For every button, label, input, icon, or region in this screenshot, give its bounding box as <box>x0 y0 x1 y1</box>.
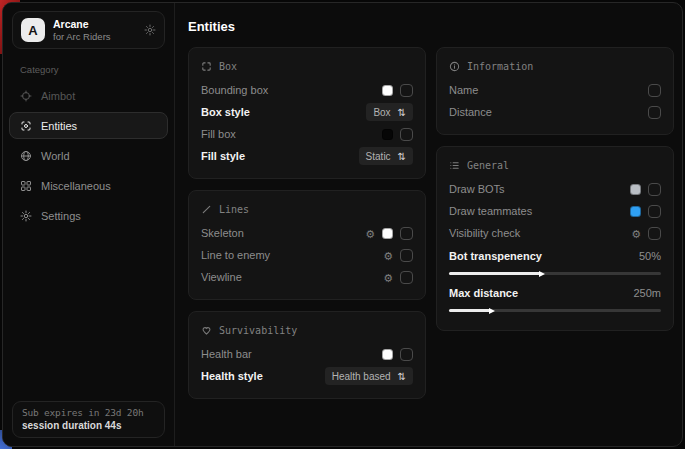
checkbox[interactable] <box>400 348 413 361</box>
checkbox[interactable] <box>400 128 413 141</box>
checkbox[interactable] <box>400 271 413 284</box>
section-information: Information Name Distance <box>436 47 674 135</box>
section-box: Box Bounding box Box style Box <box>188 47 426 179</box>
section-lines: Lines Skeleton Line to enemy <box>188 190 426 300</box>
crosshair-icon <box>20 90 32 102</box>
setting-row-health-bar: Health bar <box>201 343 413 365</box>
section-title: Lines <box>219 204 249 215</box>
setting-row-max-distance: Max distance 250m <box>449 282 661 312</box>
slider-value: 250m <box>633 287 661 299</box>
gear-icon[interactable] <box>365 224 375 242</box>
info-icon <box>449 61 460 72</box>
slider-thumb[interactable] <box>489 308 495 314</box>
health-style-dropdown[interactable]: Health based <box>325 367 413 385</box>
setting-row-bot-transparency: Bot transpenency 50% <box>449 245 661 275</box>
checkbox[interactable] <box>648 227 661 240</box>
gear-icon[interactable] <box>631 224 641 242</box>
gear-icon[interactable] <box>383 268 393 286</box>
color-swatch[interactable] <box>382 129 393 140</box>
sidebar-item-label: Aimbot <box>41 90 75 102</box>
list-icon <box>449 160 460 171</box>
setting-label: Health style <box>201 370 263 382</box>
setting-label: Name <box>449 84 478 96</box>
color-swatch[interactable] <box>382 85 393 96</box>
sidebar-item-label: World <box>41 150 70 162</box>
fill-style-dropdown[interactable]: Static <box>359 147 413 165</box>
setting-row-bounding-box: Bounding box <box>201 79 413 101</box>
section-title: Information <box>467 61 533 72</box>
setting-row-distance: Distance <box>449 101 661 123</box>
setting-label: Max distance <box>449 287 518 299</box>
sidebar-item-label: Miscellaneous <box>41 180 111 192</box>
section-title: Box <box>219 61 237 72</box>
color-swatch[interactable] <box>382 349 393 360</box>
updown-arrows-icon <box>398 371 406 382</box>
updown-arrows-icon <box>398 151 406 162</box>
setting-label: Bounding box <box>201 84 268 96</box>
app-logo: A <box>21 18 45 42</box>
dropdown-value: Static <box>366 151 391 162</box>
bot-transparency-slider[interactable] <box>449 272 661 275</box>
app-title: Arcane <box>53 18 111 31</box>
sidebar-item-entities[interactable]: Entities <box>9 112 168 139</box>
right-column: Information Name Distance <box>436 47 674 331</box>
setting-row-skeleton: Skeleton <box>201 222 413 244</box>
sidebar-item-label: Entities <box>41 120 77 132</box>
gear-icon <box>20 210 32 222</box>
main-panel: Entities Box Bounding box <box>175 3 683 446</box>
section-title: General <box>467 160 509 171</box>
category-label: Category <box>20 64 174 75</box>
gear-icon[interactable] <box>144 24 156 36</box>
sidebar-item-label: Settings <box>41 210 81 222</box>
checkbox[interactable] <box>648 106 661 119</box>
setting-label: Health bar <box>201 348 252 360</box>
checkbox[interactable] <box>648 84 661 97</box>
setting-label: Skeleton <box>201 227 244 239</box>
setting-label: Visibility check <box>449 227 520 239</box>
max-distance-slider[interactable] <box>449 309 661 312</box>
slider-value: 50% <box>639 250 661 262</box>
heart-icon <box>201 325 212 336</box>
subscription-card: Sub expires in 23d 20h session duration … <box>12 401 165 438</box>
section-general: General Draw BOTs Draw teammates <box>436 146 674 331</box>
setting-label: Line to enemy <box>201 249 270 261</box>
scan-icon <box>20 120 32 132</box>
slider-thumb[interactable] <box>539 271 545 277</box>
color-swatch[interactable] <box>630 184 641 195</box>
setting-row-line-to-enemy: Line to enemy <box>201 244 413 266</box>
setting-row-viewline: Viewline <box>201 266 413 288</box>
checkbox[interactable] <box>648 205 661 218</box>
sidebar-item-miscellaneous[interactable]: Miscellaneous <box>9 172 168 199</box>
gear-icon[interactable] <box>383 246 393 264</box>
setting-label: Draw BOTs <box>449 183 505 195</box>
setting-row-box-style: Box style Box <box>201 101 413 123</box>
checkbox[interactable] <box>400 227 413 240</box>
color-swatch[interactable] <box>630 206 641 217</box>
box-style-dropdown[interactable]: Box <box>366 103 413 121</box>
page-title: Entities <box>188 19 674 34</box>
checkbox[interactable] <box>400 249 413 262</box>
sidebar: A Arcane for Arc Riders Category <box>3 3 175 446</box>
setting-row-health-style: Health style Health based <box>201 365 413 387</box>
line-icon <box>201 204 212 215</box>
setting-row-draw-teammates: Draw teammates <box>449 200 661 222</box>
checkbox[interactable] <box>648 183 661 196</box>
setting-label: Viewline <box>201 271 242 283</box>
setting-label: Bot transpenency <box>449 250 542 262</box>
dropdown-value: Box <box>373 107 390 118</box>
setting-row-fill-style: Fill style Static <box>201 145 413 167</box>
color-swatch[interactable] <box>382 228 393 239</box>
section-title: Survivability <box>219 325 297 336</box>
checkbox[interactable] <box>400 84 413 97</box>
left-column: Box Bounding box Box style Box <box>188 47 426 399</box>
sidebar-item-world[interactable]: World <box>9 142 168 169</box>
setting-label: Draw teammates <box>449 205 532 217</box>
setting-row-name: Name <box>449 79 661 101</box>
corners-icon <box>201 61 212 72</box>
setting-label: Distance <box>449 106 492 118</box>
sidebar-item-settings[interactable]: Settings <box>9 202 168 229</box>
setting-row-visibility-check: Visibility check <box>449 222 661 244</box>
app-window: A Arcane for Arc Riders Category <box>2 2 683 447</box>
setting-label: Fill style <box>201 150 245 162</box>
sidebar-item-aimbot[interactable]: Aimbot <box>9 82 168 109</box>
